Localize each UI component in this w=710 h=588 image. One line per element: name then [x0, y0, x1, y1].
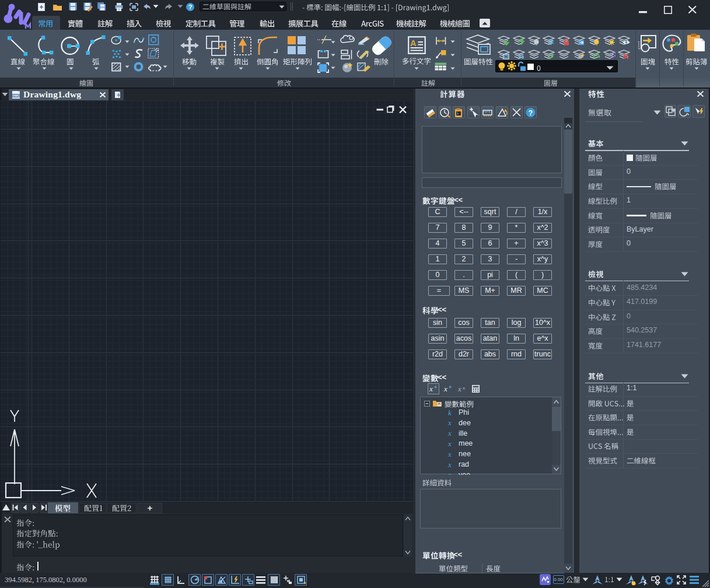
- svg-text:x: x: [457, 384, 461, 393]
- svg-text:A: A: [410, 38, 417, 48]
- svg-text:DWG: DWG: [12, 94, 20, 97]
- svg-text:?: ?: [529, 109, 533, 117]
- svg-text:+: +: [434, 384, 437, 390]
- svg-text:x: x: [463, 386, 465, 391]
- svg-text:x: x: [429, 384, 433, 393]
- svg-text:?: ?: [188, 4, 193, 10]
- svg-text:+: +: [449, 384, 452, 390]
- svg-text:x: x: [443, 384, 447, 393]
